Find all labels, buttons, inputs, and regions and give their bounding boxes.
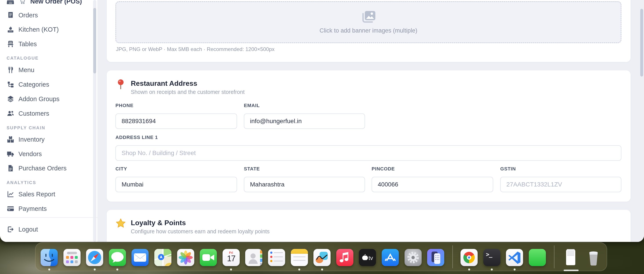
dock-safari-icon[interactable]: [86, 249, 103, 266]
sidebar-item-menu[interactable]: Menu: [0, 64, 92, 76]
sidebar-item-label: Logout: [18, 226, 38, 233]
gstin-input[interactable]: [500, 177, 622, 192]
dock-running-indicator: [491, 268, 493, 270]
sidebar-item-label: New Order (POS): [30, 0, 82, 5]
sidebar-item-label: Sales Report: [18, 191, 55, 198]
sidebar: New Order (POS)OrdersKitchen (KOT)Tables…: [0, 0, 98, 242]
dock-running-indicator: [94, 268, 96, 270]
dock-maps-icon[interactable]: [154, 249, 172, 266]
sidebar-item-customers[interactable]: Customers: [0, 107, 92, 120]
dock-vscode-icon[interactable]: [506, 249, 523, 266]
star-icon: [116, 218, 126, 230]
sidebar-item-tables[interactable]: Tables: [0, 38, 92, 50]
images-icon: [361, 11, 376, 24]
sidebar-item-orders[interactable]: Orders: [0, 9, 92, 21]
dock-photos-icon[interactable]: [177, 249, 194, 266]
sidebar-item-label: Vendors: [18, 151, 42, 158]
sidebar-item-vendors[interactable]: Vendors: [0, 148, 92, 160]
banner-upload-text: Click to add banner images (multiple): [320, 27, 418, 34]
sidebar-item-label: Orders: [18, 12, 38, 19]
address-line1-label: ADDRESS LINE 1: [116, 134, 622, 141]
dock-reminders-icon[interactable]: [268, 249, 285, 266]
loyalty-card: Loyalty & Points Configure how customers…: [107, 210, 630, 242]
dock-iphone-mirroring-icon[interactable]: [427, 249, 444, 266]
sidebar-item-payments[interactable]: Payments: [0, 203, 92, 215]
card-title: Loyalty & Points: [131, 218, 270, 227]
card-subtitle: Configure how customers earn and redeem …: [131, 228, 270, 235]
dock: Fri17tv>_: [35, 242, 607, 271]
sidebar-item-addon-groups[interactable]: Addon Groups: [0, 93, 92, 105]
gstin-label: GSTIN: [500, 166, 622, 172]
email-input[interactable]: [244, 113, 365, 129]
dock-launchpad-icon[interactable]: [64, 249, 80, 266]
dock-freeform-icon[interactable]: [314, 249, 330, 266]
sidebar-item-kitchen-kot[interactable]: Kitchen (KOT): [0, 23, 92, 36]
users-icon: [6, 109, 14, 117]
sidebar-item-sales-report[interactable]: Sales Report: [0, 188, 92, 200]
pincode-input[interactable]: [372, 177, 493, 192]
dock-phone-icon[interactable]: [529, 249, 546, 266]
dock-running-indicator: [514, 268, 516, 270]
dock-chrome-icon[interactable]: [460, 249, 478, 266]
logout-icon: [6, 225, 14, 233]
dock-calendar-icon[interactable]: Fri17: [222, 249, 240, 266]
sidebar-item-label: Menu: [18, 66, 34, 74]
chart-line-icon: [6, 190, 14, 198]
dock-settings-icon[interactable]: [404, 249, 422, 266]
svg-text:tv: tv: [368, 255, 373, 261]
truck-icon: [6, 150, 14, 158]
layers-icon: [6, 95, 14, 103]
dock-mail-icon[interactable]: [132, 249, 148, 266]
sidebar-item-label: Payments: [18, 205, 47, 212]
sidebar-item-label: Purchase Orders: [18, 165, 66, 172]
sidebar-item-new-order-pos[interactable]: New Order (POS): [0, 0, 92, 8]
boxes-icon: [6, 135, 14, 143]
dock-contacts-icon[interactable]: [245, 249, 262, 266]
dock-divider: [452, 245, 453, 268]
dock-running-indicator: [298, 268, 300, 270]
sidebar-item-label: Customers: [18, 110, 49, 117]
dock-running-indicator: [230, 268, 232, 270]
dock-facetime-icon[interactable]: [200, 249, 217, 266]
dock-documents-icon[interactable]: [562, 249, 579, 266]
sidebar-item-purchase-orders[interactable]: Purchase Orders: [0, 162, 92, 174]
address-line1-input[interactable]: [116, 145, 622, 161]
dock-terminal-icon[interactable]: >_: [483, 249, 500, 266]
dock-appstore-icon[interactable]: [382, 249, 399, 266]
banner-upload-dropzone[interactable]: Click to add banner images (multiple): [116, 1, 622, 43]
sidebar-item-inventory[interactable]: Inventory: [0, 133, 92, 146]
main-content: Click to add banner images (multiple) JP…: [98, 0, 644, 242]
sidebar-item-categories[interactable]: Categories: [0, 78, 92, 91]
sidebar-item-label: Kitchen (KOT): [18, 26, 59, 33]
card-subtitle: Shown on receipts and the customer store…: [131, 88, 244, 96]
phone-input[interactable]: [116, 113, 237, 129]
city-input[interactable]: [116, 177, 237, 192]
dock-finder-icon[interactable]: [40, 249, 58, 266]
kitchen-icon: [6, 26, 14, 33]
desktop: New Order (POS)OrdersKitchen (KOT)Tables…: [0, 0, 644, 274]
restaurant-address-card: Restaurant Address Shown on receipts and…: [107, 70, 630, 202]
dock-trash-icon[interactable]: [585, 249, 602, 266]
sidebar-scrollbar-thumb[interactable]: [93, 8, 96, 73]
main-scrollbar-thumb[interactable]: [640, 9, 643, 77]
dock-notes-icon[interactable]: [291, 249, 308, 266]
calendar-date-label: 17: [222, 254, 240, 263]
pincode-label: PINCODE: [372, 166, 493, 172]
sidebar-item-logout[interactable]: Logout: [0, 223, 92, 235]
dock-music-icon[interactable]: [336, 249, 354, 266]
dock-running-indicator: [468, 268, 470, 270]
sidebar-divider: [0, 217, 98, 218]
categories-icon: [6, 80, 14, 88]
dock-appletv-icon[interactable]: tv: [359, 249, 376, 266]
state-label: STATE: [244, 166, 365, 172]
sidebar-section-catalogue: CATALOGUE: [6, 56, 39, 61]
dock-messages-icon[interactable]: [109, 249, 126, 266]
map-pin-icon: [116, 79, 126, 90]
file-invoice-icon: [6, 164, 14, 172]
state-input[interactable]: [244, 177, 365, 192]
dock-divider: [554, 245, 554, 268]
cash-register-icon: [6, 0, 14, 5]
dock-running-indicator: [48, 268, 50, 270]
sidebar-item-label: Inventory: [18, 136, 44, 143]
documents-stack-indicator: [564, 269, 578, 271]
